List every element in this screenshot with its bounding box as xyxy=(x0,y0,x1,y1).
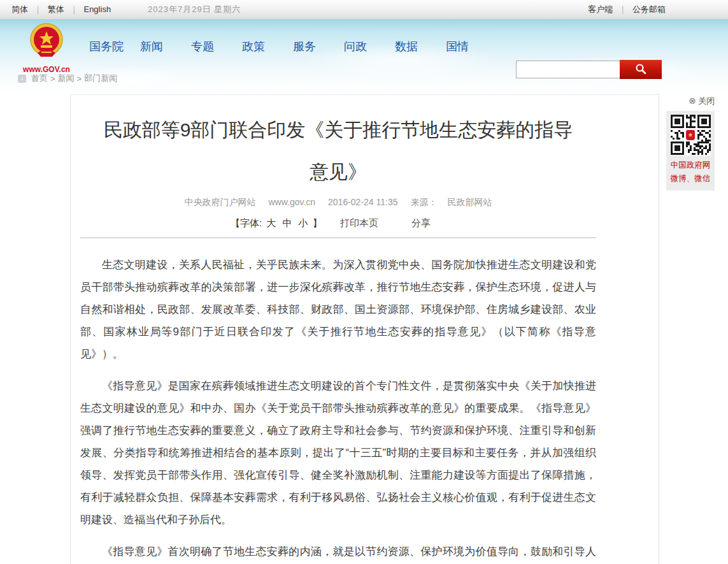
current-date: 2023年7月29日 星期六 xyxy=(148,4,241,15)
article-title: 民政部等9部门联合印发《关于推行节地生态安葬的指导意见》 xyxy=(96,109,580,193)
client-app-link[interactable]: 客户端 xyxy=(588,4,613,15)
main-nav: 国务院 新闻 专题 政策 服务 问政 数据 国情 xyxy=(89,34,497,59)
breadcrumb: › 首页 > 新闻 > 部门新闻 xyxy=(18,73,117,84)
qr-side-panel: ⊗关闭 ★ 中国政府网 微博、微信 xyxy=(666,96,715,191)
breadcrumb-separator: > xyxy=(77,74,82,83)
search-bar xyxy=(516,60,662,79)
breadcrumb-current: 部门新闻 xyxy=(84,73,117,84)
close-panel-button[interactable]: ⊗关闭 xyxy=(666,96,715,107)
nav-state-council[interactable]: 国务院 xyxy=(89,40,124,53)
qr-box: ★ 中国政府网 微博、微信 xyxy=(666,111,715,191)
lang-english-link[interactable]: English xyxy=(83,4,111,14)
qr-caption-line1: 中国政府网 xyxy=(666,159,715,172)
nav-policies[interactable]: 政策 xyxy=(242,40,265,53)
breadcrumb-news[interactable]: 新闻 xyxy=(58,73,75,84)
breadcrumb-separator: > xyxy=(50,74,55,83)
font-size-large-button[interactable]: 大 xyxy=(266,217,276,228)
breadcrumb-arrow-icon: › xyxy=(18,75,26,83)
font-size-label-close: 】 xyxy=(313,217,322,228)
meta-source: 民政部网站 xyxy=(447,197,492,207)
search-input[interactable] xyxy=(516,61,620,78)
breadcrumb-home[interactable]: 首页 xyxy=(31,73,48,84)
font-size-medium-button[interactable]: 中 xyxy=(282,217,292,228)
qr-code: ★ xyxy=(670,115,711,155)
qr-caption-line2: 微博、微信 xyxy=(666,172,715,185)
article-paragraph: 生态文明建设，关系人民福祉，关乎民族未来。为深入贯彻党中央、国务院加快推进生态文… xyxy=(80,254,596,365)
article-toolbar: 【字体: 大 中 小 】 打印本页 分享 xyxy=(80,217,596,229)
nav-data[interactable]: 数据 xyxy=(395,40,418,53)
article-container: 民政部等9部门联合印发《关于推行节地生态安葬的指导意见》 中央政府门户网站 ww… xyxy=(70,94,659,564)
gov-logo[interactable]: www.GOV.cn xyxy=(19,22,74,74)
lang-traditional-link[interactable]: 繁体 xyxy=(48,4,64,14)
nav-services[interactable]: 服务 xyxy=(293,40,316,53)
lang-simplified-link[interactable]: 简体 xyxy=(11,4,28,14)
nav-news[interactable]: 新闻 xyxy=(140,40,163,53)
print-page-button[interactable]: 打印本页 xyxy=(340,217,378,228)
share-button[interactable]: 分享 xyxy=(411,217,431,228)
meta-source-label: 来源： xyxy=(410,197,437,207)
font-size-label: 【字体: xyxy=(231,217,262,228)
nav-about-china[interactable]: 国情 xyxy=(446,40,469,53)
divider: ｜ xyxy=(70,4,78,14)
top-utility-bar: 简体｜繁体｜English 2023年7月29日 星期六 客户端 ｜ 公务邮箱 xyxy=(0,0,728,19)
close-label: 关闭 xyxy=(698,96,715,106)
toolbar-divider xyxy=(80,237,596,238)
article-paragraph: 《指导意见》首次明确了节地生态安葬的内涵，就是以节约资源、保护环境为价值导向，鼓… xyxy=(80,540,596,564)
nav-interaction[interactable]: 问政 xyxy=(344,40,367,53)
search-button[interactable] xyxy=(620,60,662,79)
font-size-small-button[interactable]: 小 xyxy=(299,217,308,228)
divider: ｜ xyxy=(34,4,42,14)
qr-center-emblem-icon: ★ xyxy=(684,129,697,141)
search-icon xyxy=(635,63,646,76)
site-header: www.GOV.cn 国务院 新闻 专题 政策 服务 问政 数据 国情 › 首页… xyxy=(0,19,728,94)
article-paragraph: 《指导意见》是国家在殡葬领域推进生态文明建设的首个专门性文件，是贯彻落实中央《关… xyxy=(80,375,596,531)
meta-datetime: 2016-02-24 11:35 xyxy=(328,197,398,207)
article-body: 生态文明建设，关系人民福祉，关乎民族未来。为深入贯彻党中央、国务院加快推进生态文… xyxy=(80,254,596,564)
nav-topics[interactable]: 专题 xyxy=(191,40,214,53)
meta-url: www.gov.cn xyxy=(268,197,315,207)
official-mail-link[interactable]: 公务邮箱 xyxy=(632,4,666,15)
meta-site: 中央政府门户网站 xyxy=(185,197,256,207)
national-emblem-icon xyxy=(27,53,66,64)
divider: ｜ xyxy=(618,4,627,15)
article-meta: 中央政府门户网站 www.gov.cn 2016-02-24 11:35 来源：… xyxy=(80,197,596,208)
close-icon: ⊗ xyxy=(689,96,696,106)
